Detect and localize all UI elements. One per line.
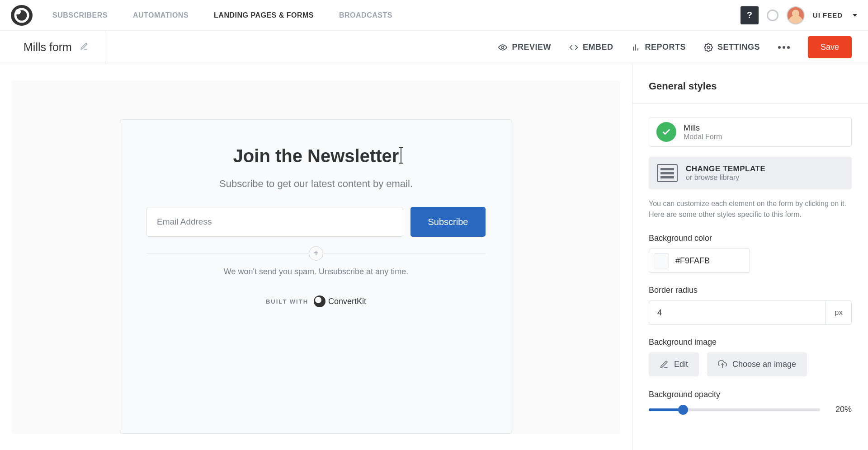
edit-name-icon[interactable] [80, 42, 88, 52]
form-divider: + [146, 253, 486, 253]
convertkit-brand-text: ConvertKit [328, 297, 366, 306]
bg-color-label: Background color [649, 234, 852, 243]
check-icon [656, 122, 676, 142]
add-element-button[interactable]: + [309, 246, 323, 261]
sub-header: Mills form PREVIEW EMBED REPORTS SETTING… [0, 31, 868, 64]
helper-text: You can customize each element on the fo… [649, 198, 852, 220]
help-button[interactable]: ? [741, 6, 759, 24]
bg-opacity-slider[interactable] [649, 408, 820, 411]
user-menu-label[interactable]: UI FEED [813, 11, 843, 19]
current-template-card[interactable]: Mills Modal Form [649, 117, 852, 147]
template-icon [657, 164, 678, 182]
form-canvas[interactable]: Join the Newsletter Subscribe to get our… [12, 80, 620, 434]
template-name: Mills [684, 123, 722, 133]
nav-links: SUBSCRIBERS AUTOMATIONS LANDING PAGES & … [52, 11, 392, 19]
bg-color-value: #F9FAFB [675, 256, 710, 266]
bg-image-edit-button[interactable]: Edit [649, 352, 699, 376]
settings-label: SETTINGS [717, 42, 760, 52]
form-title[interactable]: Join the Newsletter [233, 146, 399, 166]
embed-label: EMBED [583, 42, 613, 52]
nav-subscribers[interactable]: SUBSCRIBERS [52, 11, 108, 19]
slider-thumb[interactable] [678, 405, 688, 415]
reports-button[interactable]: REPORTS [631, 42, 686, 52]
save-button[interactable]: Save [808, 36, 852, 58]
svg-point-1 [15, 9, 21, 14]
template-type: Modal Form [684, 133, 722, 141]
change-template-title: CHANGE TEMPLATE [686, 164, 765, 173]
built-with: BUILT WITH ConvertKit [146, 295, 486, 307]
svg-point-2 [502, 46, 504, 48]
bg-opacity-value: 20% [830, 405, 852, 414]
settings-button[interactable]: SETTINGS [704, 42, 760, 52]
preview-button[interactable]: PREVIEW [498, 42, 551, 52]
border-radius-input[interactable] [649, 300, 826, 325]
form-title-text: Join the Newsletter [233, 146, 399, 166]
email-input[interactable] [146, 207, 403, 237]
embed-button[interactable]: EMBED [569, 42, 613, 52]
form-footer-text[interactable]: We won't send you spam. Unsubscribe at a… [146, 267, 486, 277]
convertkit-logo[interactable]: ConvertKit [314, 295, 366, 307]
chevron-down-icon[interactable] [853, 14, 857, 17]
nav-automations[interactable]: AUTOMATIONS [133, 11, 189, 19]
avatar[interactable] [787, 6, 805, 24]
change-template-sub: or browse library [686, 173, 765, 182]
svg-point-6 [707, 46, 709, 48]
change-template-button[interactable]: CHANGE TEMPLATE or browse library [649, 157, 852, 189]
bg-image-choose-label: Choose an image [732, 360, 796, 369]
form-preview-card[interactable]: Join the Newsletter Subscribe to get our… [120, 119, 512, 434]
text-cursor-icon [401, 147, 401, 164]
bg-image-label: Background image [649, 338, 852, 347]
nav-broadcasts[interactable]: BROADCASTS [339, 11, 392, 19]
sync-status-icon [767, 9, 778, 21]
convertkit-mark-icon [314, 295, 326, 307]
form-name: Mills form [24, 41, 72, 54]
bg-image-choose-button[interactable]: Choose an image [707, 352, 807, 376]
bg-image-edit-label: Edit [674, 360, 688, 369]
sidepanel-title: General styles [632, 80, 868, 103]
more-menu[interactable] [778, 46, 790, 49]
form-subtitle[interactable]: Subscribe to get our latest content by e… [146, 178, 486, 190]
border-radius-unit: px [826, 300, 852, 325]
bg-opacity-label: Background opacity [649, 390, 852, 399]
app-logo[interactable] [11, 5, 33, 26]
color-swatch[interactable] [654, 253, 669, 268]
nav-landing-pages-forms[interactable]: LANDING PAGES & FORMS [214, 11, 314, 19]
style-sidepanel: General styles Mills Modal Form CHANGE T… [632, 64, 868, 450]
built-with-label: BUILT WITH [266, 298, 308, 305]
bg-color-input[interactable]: #F9FAFB [649, 248, 750, 273]
preview-label: PREVIEW [512, 42, 551, 52]
border-radius-label: Border radius [649, 286, 852, 295]
subscribe-button[interactable]: Subscribe [410, 207, 486, 237]
top-nav: SUBSCRIBERS AUTOMATIONS LANDING PAGES & … [0, 0, 868, 31]
reports-label: REPORTS [645, 42, 686, 52]
